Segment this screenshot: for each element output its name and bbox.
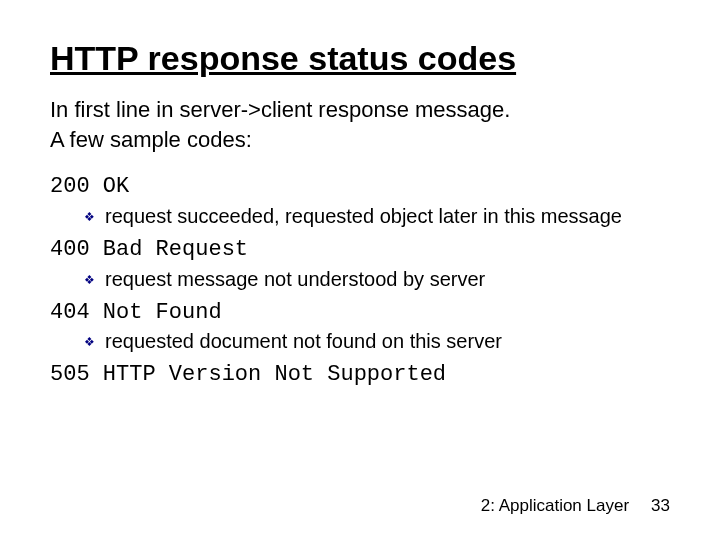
status-desc: request message not understood by server — [105, 266, 485, 293]
status-desc: request succeeded, requested object late… — [105, 203, 622, 230]
footer-chapter: 2: Application Layer — [481, 496, 629, 516]
footer-page-number: 33 — [651, 496, 670, 516]
status-code: 505 HTTP Version Not Supported — [50, 359, 670, 391]
intro-line-2: A few sample codes: — [50, 125, 670, 155]
status-desc-row: ❖ request succeeded, requested object la… — [84, 203, 670, 230]
status-code: 400 Bad Request — [50, 234, 670, 266]
intro-block: In first line in server->client response… — [50, 95, 670, 154]
diamond-bullet-icon: ❖ — [84, 209, 95, 225]
slide-title: HTTP response status codes — [50, 40, 670, 77]
status-code: 404 Not Found — [50, 297, 670, 329]
status-desc: requested document not found on this ser… — [105, 328, 502, 355]
diamond-bullet-icon: ❖ — [84, 334, 95, 350]
status-desc-row: ❖ request message not understood by serv… — [84, 266, 670, 293]
diamond-bullet-icon: ❖ — [84, 272, 95, 288]
status-code: 200 OK — [50, 171, 670, 203]
status-desc-row: ❖ requested document not found on this s… — [84, 328, 670, 355]
intro-line-1: In first line in server->client response… — [50, 95, 670, 125]
codes-list: 200 OK ❖ request succeeded, requested ob… — [50, 171, 670, 392]
slide: HTTP response status codes In first line… — [0, 0, 720, 540]
slide-footer: 2: Application Layer 33 — [481, 496, 670, 516]
